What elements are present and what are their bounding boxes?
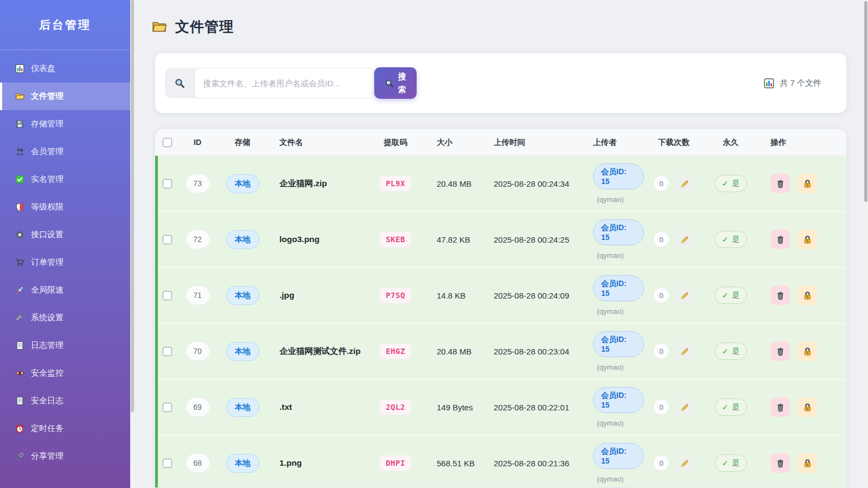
- search-input[interactable]: [194, 68, 374, 98]
- edit-downloads-button[interactable]: [675, 341, 694, 361]
- lock-button[interactable]: [797, 453, 817, 473]
- delete-button[interactable]: [770, 230, 790, 249]
- delete-button[interactable]: [770, 341, 790, 361]
- extract-code: 2QL2: [380, 400, 411, 415]
- actions-cell: [758, 397, 846, 417]
- col-header-downloads: 下载次数: [644, 137, 704, 148]
- lock-button[interactable]: [797, 397, 817, 417]
- sidebar-item-4[interactable]: 实名管理: [0, 166, 130, 193]
- sidebar-scrollbar-thumb[interactable]: [131, 0, 134, 413]
- page-scrollbar[interactable]: [864, 0, 868, 488]
- delete-button[interactable]: [770, 453, 790, 473]
- sidebar-item-0[interactable]: 仪表盘: [0, 55, 130, 83]
- actions-cell: [758, 286, 846, 305]
- storage-badge: 本地: [226, 398, 259, 417]
- upload-time: 2025-08-28 00:21:36: [487, 459, 585, 468]
- delete-button[interactable]: [770, 174, 790, 193]
- sidebar-item-11[interactable]: 安全监控: [0, 359, 130, 387]
- sidebar-item-9[interactable]: 系统设置: [0, 304, 130, 332]
- file-name: 企业猫网测试文件.zip: [279, 346, 361, 357]
- permanent-label: 是: [732, 179, 739, 188]
- sidebar-item-2[interactable]: 存储管理: [0, 110, 130, 138]
- edit-downloads-button[interactable]: [675, 174, 694, 193]
- uploader-cell: 会员ID: 15 (qymao): [585, 387, 644, 427]
- col-header-permanent: 永久: [704, 137, 758, 148]
- lock-button[interactable]: [797, 341, 817, 361]
- sidebar-item-6[interactable]: 接口设置: [0, 221, 130, 249]
- page-title-row: 文件管理: [151, 15, 864, 38]
- permanent-label: 是: [732, 235, 739, 244]
- trash-icon: [776, 459, 785, 468]
- page-scrollbar-thumb[interactable]: [864, 1, 867, 202]
- file-table: ID 存储 文件名 提取码 大小 上传时间 上传者 下载次数 永久 操作 73 …: [155, 129, 846, 487]
- row-checkbox[interactable]: [163, 403, 172, 412]
- storage-badge: 本地: [226, 342, 259, 361]
- file-name: 企业猫网.zip: [279, 178, 327, 189]
- search-group: 搜索: [165, 67, 417, 99]
- extract-code: DHPI: [380, 455, 411, 471]
- sidebar-item-12[interactable]: 安全日志: [0, 387, 130, 415]
- search-icon: [174, 78, 185, 88]
- sidebar-item-5[interactable]: 等级权限: [0, 193, 130, 221]
- upload-time: 2025-08-28 00:22:01: [487, 403, 585, 412]
- uploader-cell: 会员ID: 15 (qymao): [585, 275, 644, 315]
- sidebar-item-1[interactable]: 文件管理: [0, 83, 130, 110]
- file-count: 共 7 个文件: [764, 78, 821, 88]
- file-size: 47.82 KB: [423, 235, 487, 244]
- edit-downloads-button[interactable]: [675, 453, 694, 473]
- select-all-checkbox[interactable]: [163, 138, 172, 147]
- edit-downloads-button[interactable]: [675, 230, 694, 249]
- check-icon: ✓: [722, 459, 729, 467]
- sidebar-scrollbar[interactable]: [130, 0, 135, 488]
- main-content: 文件管理 搜索 共 7 个文件 ID 存储: [135, 0, 864, 488]
- delete-button[interactable]: [770, 286, 790, 305]
- delete-button[interactable]: [770, 397, 790, 417]
- uploader-username: (qymao): [597, 363, 624, 371]
- actions-cell: [758, 341, 846, 361]
- search-card: 搜索 共 7 个文件: [155, 53, 846, 113]
- table-row: 69 本地 .txt 2QL2 149 Bytes 2025-08-28 00:…: [155, 379, 846, 435]
- row-checkbox[interactable]: [163, 235, 172, 244]
- lock-icon: [803, 179, 812, 188]
- actions-cell: [758, 453, 846, 473]
- lock-button[interactable]: [797, 174, 817, 193]
- row-checkbox[interactable]: [163, 347, 172, 356]
- sidebar-header: 后台管理: [0, 0, 130, 50]
- lock-button[interactable]: [797, 230, 817, 249]
- table-row: 72 本地 logo3.png SKEB 47.82 KB 2025-08-28…: [155, 212, 846, 268]
- verified-icon: [15, 175, 24, 184]
- id-badge: 73: [186, 174, 210, 193]
- actions-cell: [758, 174, 846, 193]
- sidebar-item-13[interactable]: 定时任务: [0, 415, 130, 442]
- lock-button[interactable]: [797, 286, 817, 305]
- sidebar-menu: 仪表盘 文件管理 存储管理 会员管理 实名管理 等级权限 接口设置 订单管理 全…: [0, 50, 130, 470]
- sidebar-item-10[interactable]: 日志管理: [0, 332, 130, 359]
- wrench-icon: [15, 313, 24, 322]
- gear-icon: [15, 230, 24, 239]
- uploader-id-badge: 会员ID: 15: [593, 275, 644, 301]
- members-icon: [15, 147, 24, 156]
- sidebar-item-7[interactable]: 订单管理: [0, 249, 130, 276]
- upload-time: 2025-08-28 00:24:34: [487, 179, 585, 188]
- file-size: 20.48 MB: [423, 347, 487, 356]
- file-size: 14.8 KB: [423, 291, 487, 300]
- row-checkbox[interactable]: [163, 179, 172, 188]
- search-button[interactable]: 搜索: [374, 67, 417, 99]
- permanent-badge: ✓ 是: [714, 175, 748, 192]
- col-header-uploader: 上传者: [585, 137, 644, 148]
- edit-downloads-button[interactable]: [675, 397, 694, 417]
- permanent-label: 是: [732, 346, 739, 356]
- id-badge: 69: [186, 397, 210, 417]
- storage-icon: [15, 119, 24, 129]
- permanent-badge: ✓ 是: [714, 287, 748, 304]
- sidebar-item-8[interactable]: 全局限速: [0, 276, 130, 304]
- table-row: 73 本地 企业猫网.zip PL9X 20.48 MB 2025-08-28 …: [155, 156, 846, 212]
- edit-downloads-button[interactable]: [675, 286, 694, 305]
- row-checkbox[interactable]: [163, 459, 172, 468]
- uploader-id-badge: 会员ID: 15: [593, 331, 644, 357]
- sidebar-item-14[interactable]: 分享管理: [0, 442, 130, 470]
- search-button-label: 搜索: [398, 70, 406, 96]
- folder-icon: [151, 20, 168, 34]
- sidebar-item-3[interactable]: 会员管理: [0, 138, 130, 166]
- row-checkbox[interactable]: [163, 291, 172, 300]
